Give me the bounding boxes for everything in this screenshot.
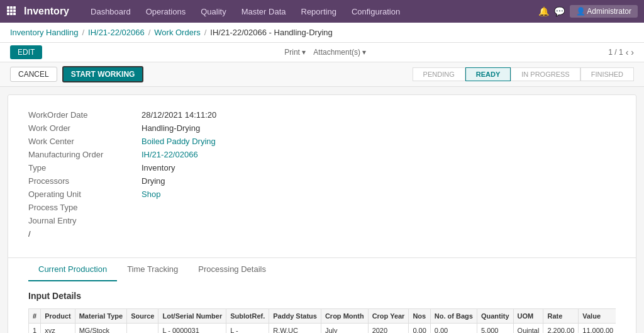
- field-type: Type Inventory: [28, 163, 616, 172]
- nav-right: 🔔 💬 👤 Administrator: [538, 5, 638, 18]
- tab-time-tracking[interactable]: Time Tracking: [117, 258, 188, 281]
- svg-rect-6: [7, 13, 9, 15]
- next-button[interactable]: ›: [631, 47, 634, 57]
- value-workorder-date: 28/12/2021 14:11:20: [142, 110, 216, 120]
- label-process-type: Process Type: [28, 203, 142, 212]
- value-manufacturing-order[interactable]: IH/21-22/02066: [142, 150, 198, 159]
- button-bar: CANCEL START WORKING PENDING READY IN PR…: [0, 62, 644, 87]
- start-working-button[interactable]: START WORKING: [62, 66, 144, 82]
- label-workorder-date: WorkOrder Date: [28, 110, 142, 120]
- breadcrumb-sep-2: /: [148, 28, 151, 37]
- attachment-button[interactable]: Attachment(s) ▾: [313, 48, 366, 57]
- svg-rect-4: [10, 9, 13, 12]
- action-bar-left: EDIT: [10, 45, 42, 59]
- breadcrumb-inventory-handling[interactable]: Inventory Handling: [10, 28, 78, 37]
- prev-button[interactable]: ‹: [626, 47, 629, 57]
- field-operating-unit: Operating Unit Shop: [28, 189, 616, 199]
- field-processors: Processors Drying: [28, 176, 616, 186]
- field-manufacturing-order: Manufacturing Order IH/21-22/02066: [28, 150, 616, 159]
- col-product: Product: [41, 309, 75, 324]
- nav-operations[interactable]: Operations: [140, 4, 192, 19]
- value-type: Inventory: [142, 163, 175, 172]
- cell-paddy-status: R.W.UC: [269, 324, 321, 334]
- value-operating-unit[interactable]: Shop: [142, 189, 160, 199]
- cell-crop-year: 2020: [368, 324, 409, 334]
- field-work-center: Work Center Boiled Paddy Drying: [28, 137, 616, 146]
- svg-rect-5: [13, 9, 16, 12]
- status-pending: PENDING: [413, 67, 465, 81]
- svg-rect-0: [7, 6, 9, 9]
- label-operating-unit: Operating Unit: [28, 189, 142, 199]
- user-menu[interactable]: 👤 Administrator: [570, 5, 638, 18]
- action-bar-right: 1 / 1 ‹ ›: [608, 47, 634, 57]
- label-journal-entry: Journal Entry: [28, 216, 142, 225]
- col-sublot-ref: SublotRef.: [226, 309, 269, 324]
- input-details-table: # Product Material Type Source Lot/Seria…: [28, 308, 616, 333]
- field-work-order: Work Order Handling-Drying: [28, 123, 616, 133]
- status-in-progress: IN PROGRESS: [511, 67, 580, 81]
- label-work-order: Work Order: [28, 123, 142, 133]
- cell-no-bags: 0.00: [430, 324, 477, 334]
- cell-product: xyz paddy: [41, 324, 75, 334]
- tab-current-production[interactable]: Current Production: [28, 258, 117, 281]
- nav-dashboard[interactable]: Dashboard: [84, 4, 137, 19]
- col-rate: Rate: [543, 309, 579, 324]
- breadcrumb-sep-1: /: [82, 28, 84, 37]
- svg-rect-7: [10, 13, 13, 15]
- label-work-center: Work Center: [28, 137, 142, 146]
- col-lot-serial: Lot/Serial Number: [158, 309, 226, 324]
- edit-button[interactable]: EDIT: [10, 45, 42, 59]
- print-button[interactable]: Print ▾: [284, 48, 306, 57]
- breadcrumb-ih-number[interactable]: IH/21-22/02066: [88, 28, 145, 37]
- chat-icon[interactable]: 💬: [554, 6, 565, 16]
- field-process-type: Process Type: [28, 203, 616, 212]
- apps-icon[interactable]: [6, 6, 16, 18]
- tab-content-current-production: Input Details # Product Material Type So…: [8, 281, 636, 333]
- status-finished: FINISHED: [580, 67, 634, 81]
- col-crop-month: Crop Month: [321, 309, 368, 324]
- nav-menu: Dashboard Operations Quality Master Data…: [84, 4, 533, 19]
- cell-uom: Quintal: [513, 324, 543, 334]
- cell-sublot-ref: L - 0000031/5: [226, 324, 269, 334]
- value-work-center[interactable]: Boiled Paddy Drying: [142, 137, 216, 146]
- cancel-button[interactable]: CANCEL: [10, 67, 57, 82]
- nav-quality[interactable]: Quality: [194, 4, 232, 19]
- status-ready: READY: [465, 67, 511, 81]
- nav-master-data[interactable]: Master Data: [235, 4, 292, 19]
- input-details-title: Input Details: [28, 291, 616, 301]
- action-bar: EDIT Print ▾ Attachment(s) ▾ 1 / 1 ‹ ›: [0, 43, 644, 62]
- label-processors: Processors: [28, 176, 142, 186]
- cell-material-type: MG/Stock: [75, 324, 127, 334]
- tab-processing-details[interactable]: Processing Details: [188, 258, 276, 281]
- nav-reporting[interactable]: Reporting: [295, 4, 343, 19]
- cell-quantity: 5.000: [477, 324, 513, 334]
- app-title: Inventory: [24, 6, 69, 17]
- value-work-order: Handling-Drying: [142, 123, 200, 133]
- value-processors: Drying: [142, 176, 165, 186]
- table-row: 1 xyz paddy MG/Stock L - 0000031 L - 000…: [29, 324, 616, 334]
- cell-nos: 0.00: [409, 324, 430, 334]
- pagination-label: 1 / 1: [608, 48, 623, 57]
- field-workorder-date: WorkOrder Date 28/12/2021 14:11:20: [28, 110, 616, 120]
- col-no-bags: No. of Bags: [430, 309, 477, 324]
- col-crop-year: Crop Year: [368, 309, 409, 324]
- cell-crop-month: July: [321, 324, 368, 334]
- breadcrumb: Inventory Handling / IH/21-22/02066 / Wo…: [0, 23, 644, 43]
- breadcrumb-work-orders[interactable]: Work Orders: [154, 28, 200, 37]
- notification-icon[interactable]: 🔔: [538, 6, 549, 16]
- svg-rect-3: [7, 9, 9, 12]
- col-quantity: Quantity: [477, 309, 513, 324]
- value-slash: /: [28, 229, 31, 239]
- col-nos: Nos: [409, 309, 430, 324]
- col-paddy-status: Paddy Status: [269, 309, 321, 324]
- label-manufacturing-order: Manufacturing Order: [28, 150, 142, 159]
- svg-rect-1: [10, 6, 13, 9]
- form-section: WorkOrder Date 28/12/2021 14:11:20 Work …: [8, 95, 636, 257]
- top-navigation: Inventory Dashboard Operations Quality M…: [0, 0, 644, 23]
- main-content: WorkOrder Date 28/12/2021 14:11:20 Work …: [8, 94, 636, 333]
- cell-value: 11,000.00: [579, 324, 616, 334]
- cell-num: 1: [29, 324, 41, 334]
- svg-rect-2: [13, 6, 16, 9]
- breadcrumb-current: IH/21-22/02066 - Handling-Drying: [210, 28, 332, 37]
- nav-configuration[interactable]: Configuration: [345, 4, 406, 19]
